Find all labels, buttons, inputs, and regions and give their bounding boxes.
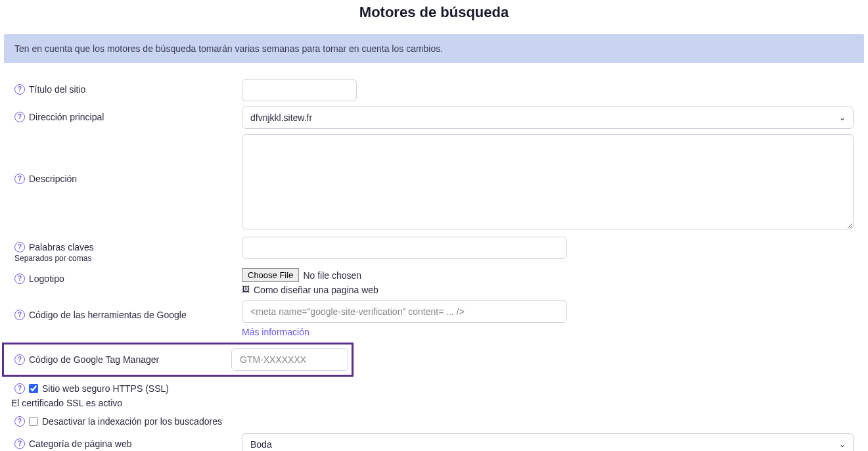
input-site-title[interactable] [242, 79, 357, 101]
label-keywords: Palabras claves [29, 242, 94, 252]
select-main-address[interactable]: dfvnjkkl.sitew.fr [242, 107, 854, 129]
label-site-title: Título del sitio [29, 84, 85, 95]
label-category: Categoría de página web [29, 439, 131, 449]
input-google-tools[interactable] [242, 300, 567, 323]
textarea-description[interactable] [242, 134, 854, 229]
help-icon[interactable]: ? [14, 112, 25, 122]
row-no-index: ? Desactivar la indexación por los busca… [4, 414, 864, 433]
help-icon[interactable]: ? [14, 242, 25, 252]
label-https: Sitio web seguro HTTPS (SSL) [42, 383, 169, 394]
row-google-tools: ? Código de las herramientas de Google M… [4, 300, 864, 337]
row-site-title: ? Título del sitio [4, 79, 864, 101]
row-keywords: ? Palabras claves Separados por comas [4, 237, 864, 263]
label-logo: Logotipo [29, 273, 64, 284]
row-gtm-highlighted: ? Código de Google Tag Manager [2, 343, 354, 377]
ssl-status: El certificado SSL es activo [4, 396, 864, 414]
help-icon[interactable]: ? [14, 273, 25, 284]
file-status: No file chosen [303, 270, 361, 281]
page-title: Motores de búsqueda [4, 4, 864, 21]
help-icon[interactable]: ? [14, 354, 25, 365]
checkbox-https[interactable] [29, 384, 38, 393]
more-info-link[interactable]: Más información [242, 327, 309, 337]
row-description: ? Descripción [4, 134, 864, 231]
row-main-address: ? Dirección principal dfvnjkkl.sitew.fr … [4, 107, 864, 129]
select-category[interactable]: Boda [242, 433, 854, 451]
row-logo: ? Logotipo Choose File No file chosen 🖼 … [4, 268, 864, 295]
label-google-tools: Código de las herramientas de Google [29, 310, 187, 320]
input-keywords[interactable] [242, 237, 567, 259]
broken-image-icon: 🖼 [242, 285, 252, 295]
help-icon[interactable]: ? [14, 416, 25, 427]
help-icon[interactable]: ? [14, 310, 25, 320]
label-gtm: Código de Google Tag Manager [29, 354, 159, 365]
label-main-address: Dirección principal [29, 112, 104, 122]
label-no-index: Desactivar la indexación por los buscado… [42, 416, 222, 427]
label-keywords-hint: Separados por comas [14, 254, 242, 263]
info-banner: Ten en cuenta que los motores de búsqued… [4, 34, 864, 63]
help-icon[interactable]: ? [14, 174, 25, 184]
checkbox-no-index[interactable] [29, 417, 38, 426]
help-icon[interactable]: ? [14, 439, 25, 449]
help-icon[interactable]: ? [14, 383, 25, 394]
row-category: ? Categoría de página web Boda ⌄ [4, 433, 864, 451]
row-https: ? Sitio web seguro HTTPS (SSL) [4, 381, 864, 396]
help-icon[interactable]: ? [14, 84, 25, 95]
choose-file-button[interactable]: Choose File [242, 268, 299, 282]
label-description: Descripción [29, 174, 77, 184]
input-gtm[interactable] [231, 348, 348, 371]
logo-preview: 🖼 Como diseñar una pagina web [242, 285, 854, 295]
logo-alt-text: Como diseñar una pagina web [254, 285, 378, 295]
